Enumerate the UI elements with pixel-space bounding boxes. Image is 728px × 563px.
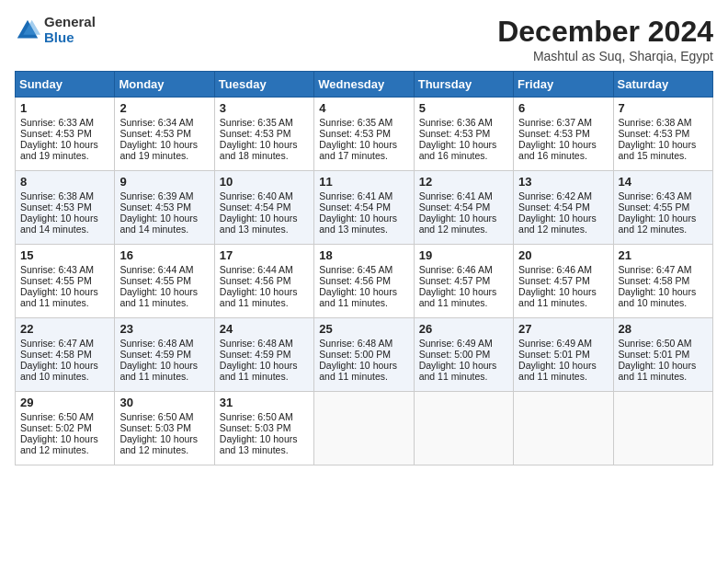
daylight-text: Daylight: 10 hours and 10 minutes. [619, 286, 697, 308]
table-row: 20Sunrise: 6:46 AMSunset: 4:57 PMDayligh… [514, 245, 613, 318]
sunset-text: Sunset: 4:58 PM [619, 275, 690, 286]
sunrise-text: Sunrise: 6:37 AM [518, 117, 592, 128]
day-number: 19 [419, 248, 508, 262]
header-tuesday: Tuesday [214, 72, 313, 98]
sunrise-text: Sunrise: 6:44 AM [220, 264, 293, 275]
daylight-text: Daylight: 10 hours and 11 minutes. [20, 286, 98, 308]
sunrise-text: Sunrise: 6:50 AM [220, 411, 293, 422]
table-row: 25Sunrise: 6:48 AMSunset: 5:00 PMDayligh… [314, 318, 414, 392]
table-row [514, 392, 613, 465]
sunrise-text: Sunrise: 6:35 AM [220, 117, 293, 128]
daylight-text: Daylight: 10 hours and 11 minutes. [119, 360, 198, 382]
day-number: 10 [220, 175, 309, 189]
sunrise-text: Sunrise: 6:50 AM [119, 411, 193, 422]
table-row: 23Sunrise: 6:48 AMSunset: 4:59 PMDayligh… [115, 318, 214, 392]
day-number: 5 [419, 101, 508, 115]
sunrise-text: Sunrise: 6:41 AM [319, 190, 392, 201]
sunset-text: Sunset: 4:55 PM [20, 275, 92, 286]
day-number: 30 [119, 396, 209, 409]
calendar-row: 1Sunrise: 6:33 AMSunset: 4:53 PMDaylight… [16, 98, 713, 171]
table-row: 7Sunrise: 6:38 AMSunset: 4:53 PMDaylight… [613, 98, 712, 171]
sunrise-text: Sunrise: 6:46 AM [518, 264, 592, 275]
sunrise-text: Sunrise: 6:49 AM [419, 338, 493, 349]
sunset-text: Sunset: 5:03 PM [220, 422, 291, 433]
table-row: 16Sunrise: 6:44 AMSunset: 4:55 PMDayligh… [115, 245, 214, 318]
day-number: 2 [119, 101, 209, 115]
table-row: 4Sunrise: 6:35 AMSunset: 4:53 PMDaylight… [314, 98, 414, 171]
logo-icon [15, 17, 40, 43]
sunrise-text: Sunrise: 6:50 AM [20, 411, 94, 422]
sunrise-text: Sunrise: 6:47 AM [619, 264, 692, 275]
day-number: 1 [20, 101, 109, 115]
sunrise-text: Sunrise: 6:40 AM [220, 190, 293, 201]
sunrise-text: Sunrise: 6:35 AM [319, 117, 392, 128]
day-number: 15 [20, 248, 109, 262]
sunrise-text: Sunrise: 6:45 AM [319, 264, 392, 275]
sunset-text: Sunset: 5:03 PM [119, 422, 191, 433]
sunset-text: Sunset: 4:57 PM [518, 275, 590, 286]
daylight-text: Daylight: 10 hours and 11 minutes. [220, 286, 298, 308]
table-row: 12Sunrise: 6:41 AMSunset: 4:54 PMDayligh… [414, 171, 513, 245]
daylight-text: Daylight: 10 hours and 11 minutes. [319, 286, 397, 308]
sunrise-text: Sunrise: 6:47 AM [20, 338, 94, 349]
daylight-text: Daylight: 10 hours and 11 minutes. [619, 360, 697, 382]
sunset-text: Sunset: 4:53 PM [518, 128, 590, 139]
daylight-text: Daylight: 10 hours and 16 minutes. [419, 139, 497, 161]
day-number: 29 [20, 396, 109, 409]
sunset-text: Sunset: 4:59 PM [119, 349, 191, 360]
daylight-text: Daylight: 10 hours and 19 minutes. [20, 139, 98, 161]
daylight-text: Daylight: 10 hours and 11 minutes. [518, 360, 597, 382]
sunrise-text: Sunrise: 6:42 AM [518, 190, 592, 201]
daylight-text: Daylight: 10 hours and 12 minutes. [619, 213, 697, 235]
daylight-text: Daylight: 10 hours and 17 minutes. [319, 139, 397, 161]
table-row: 9Sunrise: 6:39 AMSunset: 4:53 PMDaylight… [115, 171, 214, 245]
sunset-text: Sunset: 4:54 PM [419, 201, 491, 213]
sunset-text: Sunset: 5:01 PM [619, 349, 690, 360]
calendar-row: 29Sunrise: 6:50 AMSunset: 5:02 PMDayligh… [16, 392, 713, 465]
sunrise-text: Sunrise: 6:43 AM [619, 190, 692, 201]
header-row: Sunday Monday Tuesday Wednesday Thursday… [16, 72, 713, 98]
table-row: 28Sunrise: 6:50 AMSunset: 5:01 PMDayligh… [613, 318, 712, 392]
sunset-text: Sunset: 4:54 PM [518, 201, 590, 213]
table-row: 8Sunrise: 6:38 AMSunset: 4:53 PMDaylight… [16, 171, 115, 245]
daylight-text: Daylight: 10 hours and 13 minutes. [220, 433, 298, 455]
calendar-subtitle: Mashtul as Suq, Sharqia, Egypt [497, 49, 713, 63]
table-row: 19Sunrise: 6:46 AMSunset: 4:57 PMDayligh… [414, 245, 513, 318]
sunrise-text: Sunrise: 6:33 AM [20, 117, 94, 128]
daylight-text: Daylight: 10 hours and 12 minutes. [419, 213, 497, 235]
table-row: 30Sunrise: 6:50 AMSunset: 5:03 PMDayligh… [115, 392, 214, 465]
sunrise-text: Sunrise: 6:39 AM [119, 190, 193, 201]
sunrise-text: Sunrise: 6:36 AM [419, 117, 493, 128]
sunset-text: Sunset: 4:58 PM [20, 349, 92, 360]
day-number: 4 [319, 101, 408, 115]
table-row: 31Sunrise: 6:50 AMSunset: 5:03 PMDayligh… [214, 392, 313, 465]
day-number: 3 [220, 101, 309, 115]
table-row [613, 392, 712, 465]
table-row: 21Sunrise: 6:47 AMSunset: 4:58 PMDayligh… [613, 245, 712, 318]
page-header: General Blue December 2024 Mashtul as Su… [15, 15, 713, 63]
sunset-text: Sunset: 4:53 PM [419, 128, 491, 139]
sunset-text: Sunset: 4:56 PM [220, 275, 291, 286]
daylight-text: Daylight: 10 hours and 10 minutes. [20, 360, 98, 382]
table-row: 29Sunrise: 6:50 AMSunset: 5:02 PMDayligh… [16, 392, 115, 465]
day-number: 22 [20, 322, 109, 336]
day-number: 24 [220, 322, 309, 336]
table-row: 6Sunrise: 6:37 AMSunset: 4:53 PMDaylight… [514, 98, 613, 171]
sunset-text: Sunset: 4:59 PM [220, 349, 291, 360]
day-number: 27 [518, 322, 608, 336]
table-row: 3Sunrise: 6:35 AMSunset: 4:53 PMDaylight… [214, 98, 313, 171]
daylight-text: Daylight: 10 hours and 11 minutes. [319, 360, 397, 382]
table-row: 5Sunrise: 6:36 AMSunset: 4:53 PMDaylight… [414, 98, 513, 171]
sunrise-text: Sunrise: 6:50 AM [619, 338, 692, 349]
sunset-text: Sunset: 4:55 PM [119, 275, 191, 286]
daylight-text: Daylight: 10 hours and 11 minutes. [220, 360, 298, 382]
sunset-text: Sunset: 4:53 PM [319, 128, 391, 139]
day-number: 21 [619, 248, 708, 262]
sunset-text: Sunset: 4:54 PM [319, 201, 391, 213]
daylight-text: Daylight: 10 hours and 14 minutes. [119, 213, 198, 235]
day-number: 12 [419, 175, 508, 189]
sunrise-text: Sunrise: 6:38 AM [619, 117, 692, 128]
table-row: 2Sunrise: 6:34 AMSunset: 4:53 PMDaylight… [115, 98, 214, 171]
table-row: 27Sunrise: 6:49 AMSunset: 5:01 PMDayligh… [514, 318, 613, 392]
day-number: 9 [119, 175, 209, 189]
